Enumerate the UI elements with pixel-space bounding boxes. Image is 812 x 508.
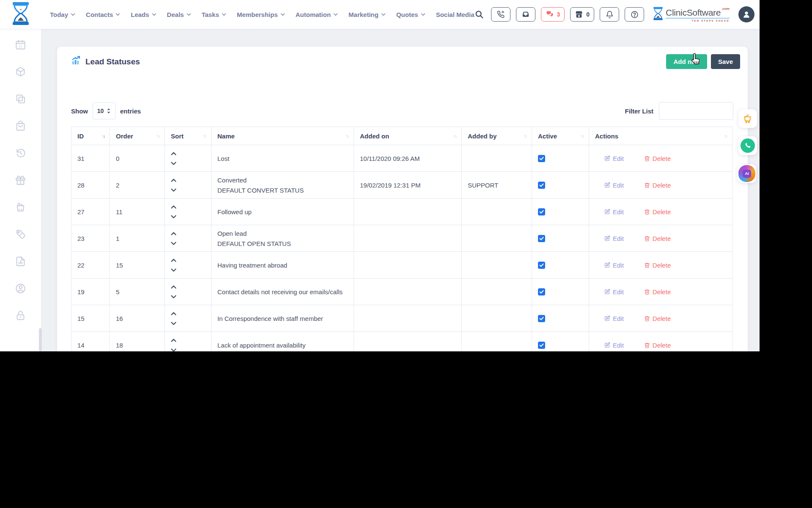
nav-item-contacts[interactable]: Contacts — [86, 11, 120, 18]
nav-item-automation[interactable]: Automation — [296, 11, 338, 18]
cell-active — [532, 332, 589, 352]
nav-item-deals[interactable]: Deals — [167, 11, 191, 18]
sidebar-calendar-icon[interactable]: 12 — [15, 39, 26, 50]
delete-link[interactable]: Delete — [644, 208, 671, 215]
edit-link[interactable]: Edit — [604, 155, 624, 162]
brand-logo[interactable]: ClinicSoftware .com TEN STEPS AHEAD — [653, 7, 730, 22]
header-id[interactable]: ID↑↓ — [71, 127, 110, 145]
notifications-button[interactable] — [600, 7, 619, 22]
active-checkbox[interactable] — [538, 155, 545, 162]
help-icon — [631, 11, 639, 19]
active-checkbox[interactable] — [538, 182, 545, 189]
delete-link[interactable]: Delete — [644, 288, 671, 295]
delete-link[interactable]: Delete — [644, 182, 671, 189]
delete-link[interactable]: Delete — [644, 262, 671, 269]
active-checkbox[interactable] — [538, 235, 545, 242]
cell-name: Followed up — [211, 199, 354, 225]
sidebar-account-icon[interactable] — [15, 283, 26, 294]
sort-up-button[interactable] — [171, 179, 176, 182]
sidebar-basket-icon[interactable] — [15, 202, 26, 213]
chevron-down-icon — [421, 13, 425, 16]
sort-down-button[interactable] — [171, 162, 176, 165]
header-actions[interactable]: Actions↑↓ — [589, 127, 732, 145]
active-checkbox[interactable] — [538, 208, 545, 215]
sort-up-button[interactable] — [171, 232, 176, 235]
edit-link[interactable]: Edit — [604, 182, 624, 189]
header-added-on[interactable]: Added on↑↓ — [354, 127, 462, 145]
sidebar-scrollbar[interactable] — [39, 328, 42, 351]
header-added-by[interactable]: Added by↑↓ — [462, 127, 532, 145]
cell-name: Lost — [211, 145, 354, 172]
nav-item-leads[interactable]: Leads — [131, 11, 156, 18]
dock-cart-button[interactable] — [738, 109, 757, 128]
table-body: 31 0 Lost 10/11/2020 09:26 AM Edit — [71, 145, 732, 352]
search-icon[interactable] — [475, 10, 484, 19]
sort-down-button[interactable] — [171, 348, 176, 352]
save-button[interactable]: Save — [711, 54, 740, 69]
sort-down-button[interactable] — [171, 295, 176, 298]
dock-whatsapp-button[interactable] — [738, 136, 757, 155]
nav-item-marketing[interactable]: Marketing — [348, 11, 386, 18]
inbox-icon — [521, 10, 530, 19]
delete-link[interactable]: Delete — [644, 342, 671, 349]
nav-item-memberships[interactable]: Memberships — [237, 11, 285, 18]
help-button[interactable] — [625, 7, 644, 22]
sidebar-lock-icon[interactable] — [15, 310, 26, 321]
nav-item-quotes[interactable]: Quotes — [396, 11, 425, 18]
dock-ai-button[interactable]: AI — [738, 164, 756, 183]
filter-input[interactable] — [659, 102, 733, 120]
nav-item-tasks[interactable]: Tasks — [202, 11, 226, 18]
sidebar-gift-icon[interactable] — [15, 174, 26, 186]
cell-added-by — [462, 252, 532, 279]
cell-id: 22 — [71, 252, 110, 279]
check-icon — [539, 317, 544, 320]
sort-up-button[interactable] — [171, 205, 176, 209]
edit-link[interactable]: Edit — [604, 208, 624, 215]
delete-link[interactable]: Delete — [644, 155, 671, 162]
sort-up-button[interactable] — [171, 312, 176, 315]
active-checkbox[interactable] — [538, 288, 545, 295]
chat-button[interactable]: 3 — [541, 7, 565, 22]
sort-down-button[interactable] — [171, 268, 176, 272]
delete-link[interactable]: Delete — [644, 315, 671, 322]
entries-select[interactable]: 10 — [93, 102, 115, 119]
sidebar-tag-icon[interactable] — [15, 229, 26, 240]
sort-up-button[interactable] — [171, 285, 176, 289]
sort-up-button[interactable] — [171, 152, 176, 155]
app-logo[interactable] — [0, 2, 41, 27]
edit-link[interactable]: Edit — [604, 235, 624, 242]
header-name[interactable]: Name↑↓ — [211, 127, 354, 145]
sidebar-copy-icon[interactable] — [15, 93, 26, 105]
cell-id: 31 — [71, 145, 110, 172]
active-checkbox[interactable] — [538, 262, 545, 269]
header-sort[interactable]: Sort↑↓ — [165, 127, 211, 145]
sidebar-history-icon[interactable] — [15, 147, 26, 159]
delete-link[interactable]: Delete — [644, 235, 671, 242]
active-checkbox[interactable] — [538, 342, 545, 349]
sort-up-button[interactable] — [171, 339, 176, 342]
store-button[interactable]: 0 — [570, 7, 594, 22]
sidebar-package-icon[interactable] — [15, 66, 26, 77]
sort-down-button[interactable] — [171, 215, 176, 218]
edit-link[interactable]: Edit — [604, 342, 624, 349]
user-avatar[interactable] — [738, 6, 754, 22]
edit-link[interactable]: Edit — [604, 288, 624, 295]
edit-link[interactable]: Edit — [604, 315, 624, 322]
sort-down-button[interactable] — [171, 188, 176, 192]
inbox-button[interactable] — [516, 7, 535, 22]
header-active[interactable]: Active↑↓ — [532, 127, 589, 145]
show-entries-group: Show 10 entries — [71, 102, 141, 119]
active-checkbox[interactable] — [538, 315, 545, 322]
header-order[interactable]: Order↑↓ — [110, 127, 165, 145]
nav-item-today[interactable]: Today — [50, 11, 75, 18]
phone-button[interactable] — [491, 7, 510, 22]
sort-down-button[interactable] — [171, 322, 176, 325]
edit-link[interactable]: Edit — [604, 262, 624, 269]
sort-up-button[interactable] — [171, 259, 176, 262]
sort-down-button[interactable] — [171, 242, 176, 245]
sidebar-report-icon[interactable] — [15, 256, 26, 267]
add-new-button[interactable]: Add new — [666, 54, 707, 69]
sidebar-shopping-bag-icon[interactable] — [15, 120, 26, 132]
table-header-row: ID↑↓ Order↑↓ Sort↑↓ Name↑↓ Added on↑↓ Ad… — [71, 127, 732, 145]
nav-item-social-media[interactable]: Social Media — [436, 11, 475, 18]
